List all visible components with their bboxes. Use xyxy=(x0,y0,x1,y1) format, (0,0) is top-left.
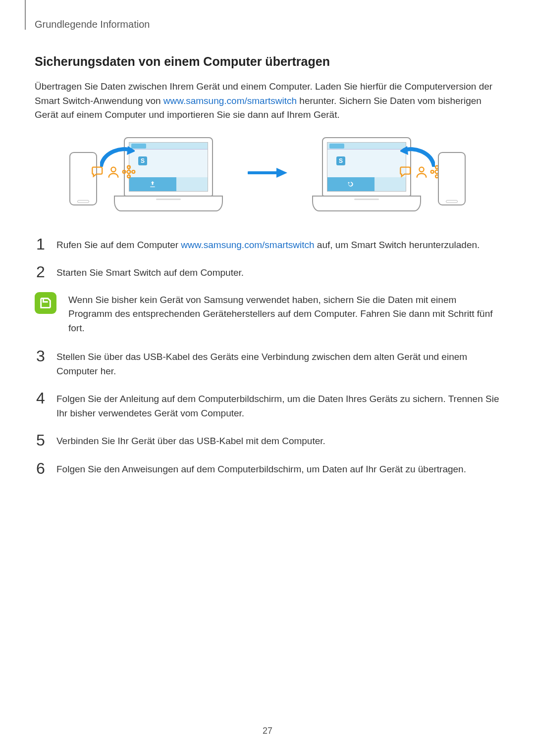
contact-icon xyxy=(107,165,120,179)
svg-marker-0 xyxy=(127,146,135,155)
old-phone-icon xyxy=(69,152,97,205)
new-phone-icon xyxy=(438,152,466,205)
svg-point-5 xyxy=(123,170,126,173)
chat-bubble-icon xyxy=(91,165,105,179)
page-number: 27 xyxy=(0,726,535,736)
step-number: 6 xyxy=(35,460,47,476)
step-1-text-pre: Rufen Sie auf dem Computer xyxy=(56,240,181,250)
step-1-text-post: auf, um Smart Switch herunterzuladen. xyxy=(315,240,480,250)
intro-paragraph: Übertragen Sie Daten zwischen Ihrem Gerä… xyxy=(35,80,500,122)
svg-point-14 xyxy=(431,170,434,173)
step-4: 4 Folgen Sie der Anleitung auf dem Compu… xyxy=(35,390,500,420)
settings-flower-icon xyxy=(122,165,136,179)
steps-list: 1 Rufen Sie auf dem Computer www.samsung… xyxy=(35,236,500,477)
step-number: 4 xyxy=(35,390,47,406)
smartswitch-app-icon: S xyxy=(138,156,147,165)
step-2-text: Starten Sie Smart Switch auf dem Compute… xyxy=(56,264,244,280)
note-icon xyxy=(35,292,56,314)
step-2: 2 Starten Sie Smart Switch auf dem Compu… xyxy=(35,264,500,280)
step-number: 3 xyxy=(35,348,47,364)
breadcrumb: Grundlegende Information xyxy=(35,19,150,30)
step-number: 1 xyxy=(35,236,47,252)
svg-marker-8 xyxy=(276,168,287,178)
svg-point-4 xyxy=(127,175,130,178)
arrow-right-icon xyxy=(248,168,287,178)
section-divider xyxy=(25,0,26,30)
svg-point-1 xyxy=(111,167,115,171)
smartswitch-link[interactable]: www.samsung.com/smartswitch xyxy=(181,240,314,250)
data-types-icons-right xyxy=(399,165,444,179)
step-3: 3 Stellen Sie über das USB-Kabel des Ger… xyxy=(35,348,500,378)
step-6: 6 Folgen Sie den Anweisungen auf dem Com… xyxy=(35,460,500,477)
note-text: Wenn Sie bisher kein Gerät von Samsung v… xyxy=(68,292,500,336)
curve-arrow-icon xyxy=(100,146,135,167)
svg-point-10 xyxy=(419,167,424,171)
step-number: 2 xyxy=(35,264,47,280)
step-3-text: Stellen Sie über das USB-Kabel des Gerät… xyxy=(56,348,500,378)
svg-point-6 xyxy=(132,170,135,173)
smartswitch-app-icon: S xyxy=(336,156,345,165)
page-content: Sicherungsdaten von einem Computer übert… xyxy=(35,50,500,488)
svg-marker-9 xyxy=(400,146,408,155)
svg-point-3 xyxy=(127,165,130,168)
step-5: 5 Verbinden Sie Ihr Gerät über das USB-K… xyxy=(35,432,500,449)
step-5-text: Verbinden Sie Ihr Gerät über das USB-Kab… xyxy=(56,432,325,449)
data-types-icons-left xyxy=(91,165,136,179)
curve-arrow-icon xyxy=(400,146,435,167)
chat-bubble-icon xyxy=(399,165,413,179)
smartswitch-link[interactable]: www.samsung.com/smartswitch xyxy=(163,96,297,106)
transfer-illustration: S S xyxy=(69,137,466,221)
contact-icon xyxy=(415,165,428,179)
step-4-text: Folgen Sie der Anleitung auf dem Compute… xyxy=(56,390,500,420)
step-6-text: Folgen Sie den Anweisungen auf dem Compu… xyxy=(56,460,466,477)
section-heading: Sicherungsdaten von einem Computer übert… xyxy=(35,54,500,69)
step-1: 1 Rufen Sie auf dem Computer www.samsung… xyxy=(35,236,500,252)
info-note: Wenn Sie bisher kein Gerät von Samsung v… xyxy=(35,292,500,336)
step-number: 5 xyxy=(35,432,47,448)
svg-point-2 xyxy=(127,170,131,173)
